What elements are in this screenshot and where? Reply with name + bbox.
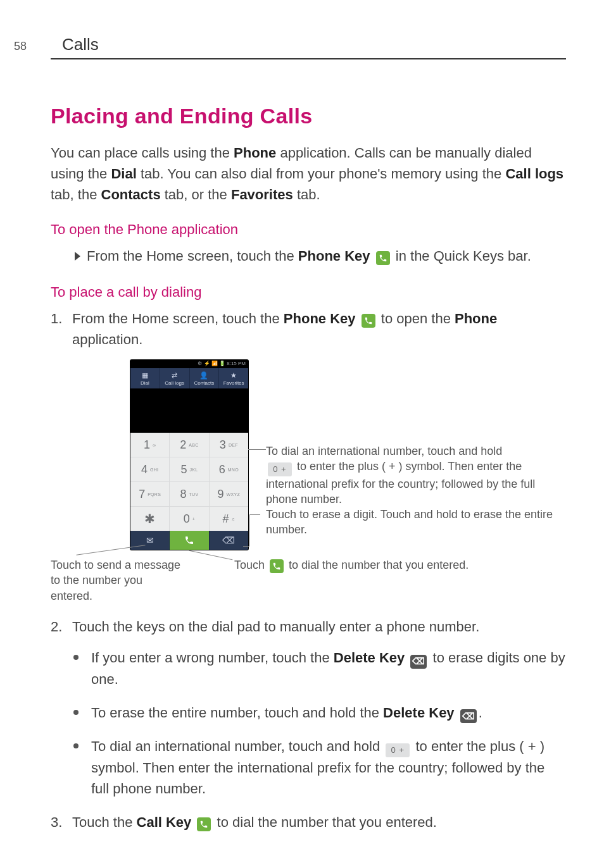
- delete-key-label: Delete Key: [334, 650, 405, 666]
- text: To dial an international number, touch a…: [91, 738, 384, 754]
- bullet-erase-all: To erase the entire number, touch and ho…: [73, 702, 566, 724]
- phone-label: Phone: [234, 145, 276, 161]
- key-1[interactable]: 1∞: [130, 433, 169, 457]
- callout-line: [243, 546, 249, 547]
- text: Touch the keys on the dial pad to manual…: [72, 616, 479, 637]
- text: From the Home screen, touch the Phone Ke…: [72, 308, 566, 350]
- dial-pad: 1∞ 2ABC 3DEF 4GHI 5JKL 6MNO 7PQRS 8TUV 9…: [130, 433, 248, 531]
- text: To erase the entire number, touch and ho…: [91, 705, 383, 721]
- text: To dial an international number, touch a…: [266, 445, 502, 457]
- key-7[interactable]: 7PQRS: [130, 482, 169, 506]
- step-3: 3. Touch the Call Key to dial the number…: [51, 812, 566, 833]
- callout-line: [249, 514, 250, 546]
- text: to dial the number that you entered.: [217, 814, 437, 830]
- dialer-figure: ⚙ ⚡ 📶 🔋 8:15 PM ▦Dial ⇄Call logs 👤Contac…: [51, 360, 566, 600]
- tab-label: Dial: [141, 380, 149, 386]
- intro-paragraph: You can place calls using the Phone appl…: [51, 142, 566, 205]
- key-2[interactable]: 2ABC: [170, 433, 208, 457]
- calllogs-label: Call logs: [505, 166, 563, 182]
- phone-screenshot: ⚙ ⚡ 📶 🔋 8:15 PM ▦Dial ⇄Call logs 👤Contac…: [130, 360, 248, 550]
- key-0[interactable]: 0+: [170, 507, 208, 531]
- callout-line: [189, 550, 233, 561]
- number-display: [130, 388, 248, 433]
- text: Touch the Call Key to dial the number th…: [72, 812, 437, 833]
- callout-line: [248, 449, 266, 450]
- page-title: Placing and Ending Calls: [51, 104, 566, 128]
- phone-key-label: Phone Key: [298, 248, 370, 264]
- tab-label: Favorites: [223, 380, 244, 386]
- call-key-label: Call Key: [137, 814, 192, 830]
- phone-icon: [376, 251, 390, 265]
- bullet-line: From the Home screen, touch the Phone Ke…: [75, 245, 566, 266]
- step-list: 1. From the Home screen, touch the Phone…: [51, 308, 566, 350]
- text: tab, or the: [161, 187, 231, 202]
- text: Touch the: [72, 814, 137, 830]
- callout-international: To dial an international number, touch a…: [266, 443, 563, 507]
- text: to enter the plus ( + ) symbol. Then ent…: [266, 460, 535, 505]
- call-button[interactable]: [170, 531, 208, 550]
- bullet-international: To dial an international number, touch a…: [73, 736, 566, 799]
- step-2: 2. Touch the keys on the dial pad to man…: [51, 616, 566, 637]
- key-8[interactable]: 8TUV: [170, 482, 208, 506]
- phone-icon: [270, 559, 284, 573]
- phone-icon: [362, 314, 375, 328]
- contacts-label: Contacts: [101, 187, 161, 202]
- step-list-end: 3. Touch the Call Key to dial the number…: [51, 812, 566, 833]
- triangle-bullet-icon: [75, 252, 80, 261]
- step-number: 2.: [51, 616, 66, 637]
- text: application.: [72, 332, 142, 347]
- text: From the Home screen, touch the: [72, 311, 284, 326]
- text: tab, the: [51, 187, 101, 202]
- phone-key-label: Phone Key: [284, 311, 356, 326]
- status-bar: ⚙ ⚡ 📶 🔋 8:15 PM: [130, 360, 248, 368]
- text: to dial the number that you entered.: [289, 559, 469, 571]
- text: .: [479, 705, 482, 721]
- delete-button[interactable]: ⌫: [210, 531, 248, 550]
- key-hash[interactable]: #♫: [210, 507, 248, 531]
- text: You can place calls using the: [51, 145, 234, 161]
- callout-line: [76, 545, 145, 555]
- text: in the Quick Keys bar.: [396, 248, 531, 264]
- message-button[interactable]: ✉: [130, 531, 169, 550]
- step-1: 1. From the Home screen, touch the Phone…: [51, 308, 566, 350]
- key-5[interactable]: 5JKL: [170, 457, 208, 481]
- callout-dial: Touch to dial the number that you entere…: [234, 557, 563, 573]
- tab-contacts[interactable]: 👤Contacts: [190, 368, 220, 388]
- phone-icon: [197, 817, 211, 831]
- text: to open the: [381, 311, 455, 326]
- page-header: 58 Calls: [51, 35, 566, 59]
- text: Touch: [234, 559, 268, 571]
- delete-key-label: Delete Key: [383, 705, 455, 721]
- section-open-phone-body: From the Home screen, touch the Phone Ke…: [75, 245, 566, 266]
- phone-label: Phone: [455, 311, 497, 326]
- text: tab. You can also dial from your phone's…: [137, 166, 506, 182]
- text: If you enter a wrong number, touch the: [91, 650, 334, 666]
- sub-bullets: If you enter a wrong number, touch the D…: [73, 647, 566, 799]
- tab-calllogs[interactable]: ⇄Call logs: [160, 368, 190, 388]
- tab-label: Call logs: [165, 380, 184, 386]
- step-list-continued: 2. Touch the keys on the dial pad to man…: [51, 616, 566, 637]
- text: From the Home screen, touch the Phone Ke…: [87, 245, 531, 266]
- tab-favorites[interactable]: ★Favorites: [219, 368, 248, 388]
- callout-send-message: Touch to send a message to the number yo…: [51, 557, 184, 604]
- key-star[interactable]: ✱: [130, 507, 169, 531]
- key-3[interactable]: 3DEF: [210, 433, 248, 457]
- dial-label: Dial: [111, 166, 136, 182]
- tab-dial[interactable]: ▦Dial: [130, 368, 160, 388]
- step-number: 3.: [51, 812, 66, 833]
- text: tab.: [293, 187, 320, 202]
- tab-label: Contacts: [194, 380, 215, 386]
- zero-key-icon: 0 +: [386, 743, 410, 757]
- key-4[interactable]: 4GHI: [130, 457, 169, 481]
- dialer-tabs: ▦Dial ⇄Call logs 👤Contacts ★Favorites: [130, 368, 248, 388]
- key-9[interactable]: 9WXYZ: [210, 482, 248, 506]
- zero-key-icon: 0 +: [268, 462, 292, 476]
- key-6[interactable]: 6MNO: [210, 457, 248, 481]
- favorites-label: Favorites: [231, 187, 293, 202]
- text: From the Home screen, touch the: [87, 248, 298, 264]
- page-number: 58: [14, 40, 39, 53]
- backspace-icon: ⌫: [460, 709, 477, 723]
- bullet-wrong-number: If you enter a wrong number, touch the D…: [73, 647, 566, 690]
- callout-erase: Touch to erase a digit. Touch and hold t…: [266, 507, 563, 538]
- page: 58 Calls Placing and Ending Calls You ca…: [0, 0, 604, 868]
